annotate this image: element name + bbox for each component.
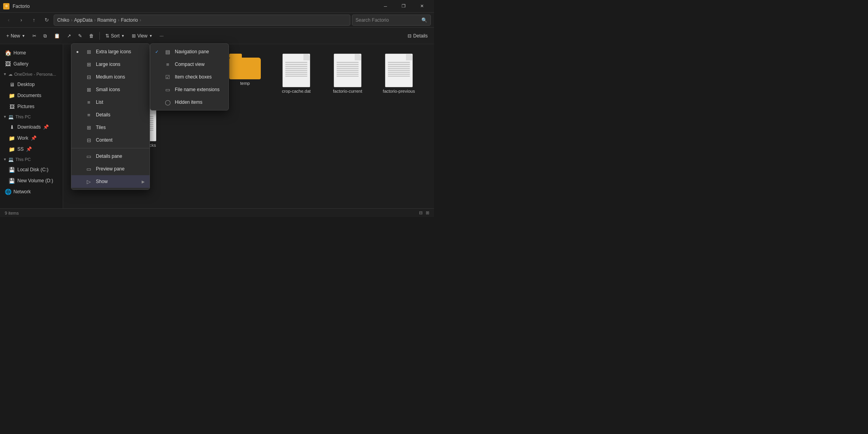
rename-button[interactable]: ✎ [75, 30, 85, 42]
toolbar: + New ▼ ✂ ⧉ 📋 ↗ ✎ 🗑 ⇅ Sort ▼ ⊞ View ▼ ··… [0, 28, 434, 44]
paste-button[interactable]: 📋 [51, 30, 63, 42]
new-button[interactable]: + New ▼ [3, 30, 28, 42]
content-icon: ⊟ [86, 137, 92, 143]
navbar: ‹ › ↑ ↻ Chiko › AppData › Roaming › Fact… [0, 13, 434, 28]
menu-item-details[interactable]: ≡ Details [71, 108, 150, 121]
delete-button[interactable]: 🗑 [86, 30, 97, 42]
pictures-icon: 🖼 [9, 104, 15, 110]
sidebar-item-new-volume[interactable]: 💾 New Volume (D:) [0, 175, 63, 186]
work-icon: 📁 [9, 135, 15, 141]
menu-item-large[interactable]: ⊞ Large icons [71, 58, 150, 71]
app-icon: ⚙ [3, 3, 9, 9]
network-icon: 🌐 [5, 189, 11, 195]
sort-button[interactable]: ⇅ Sort ▼ [102, 30, 128, 42]
submenu-item-file-name-extensions[interactable]: ▭ File name extensions [150, 83, 228, 96]
file-name-crop-cache: crop-cache.dat [282, 89, 311, 94]
breadcrumb[interactable]: Chiko › AppData › Roaming › Factorio › [54, 15, 350, 26]
details-pane-icon: ▭ [86, 153, 92, 159]
up-button[interactable]: ↑ [28, 15, 39, 26]
sidebar-group-onedrive[interactable]: ▼ ☁ OneDrive - Persona... [0, 69, 63, 79]
submenu-item-item-check-boxes[interactable]: ☑ Item check boxes [150, 71, 228, 83]
titlebar: ⚙ Factorio ─ ❐ ✕ [0, 0, 434, 13]
file-name-factorio-previous: factorio-previous [383, 89, 415, 94]
thispc-icon: 💻 [8, 114, 14, 120]
cloud-icon: ☁ [8, 72, 13, 77]
minimize-button[interactable]: ─ [376, 0, 395, 13]
gallery-icon: 🖼 [5, 61, 11, 67]
pin-icon-work: 📌 [31, 135, 37, 141]
details-icon-statusbar: ⊟ [419, 210, 423, 215]
sidebar-group-thispc[interactable]: ▼ 💻 This PC [0, 112, 63, 122]
home-icon: 🏠 [5, 50, 11, 56]
tiles-icon: ⊞ [86, 125, 92, 131]
sidebar-group-thispc2[interactable]: ▼ 💻 This PC [0, 155, 63, 164]
file-item-factorio-previous[interactable]: factorio-previous [377, 51, 421, 97]
submenu-item-hidden-items[interactable]: ◯ Hidden items [150, 96, 228, 108]
breadcrumb-item[interactable]: Chiko [57, 17, 69, 23]
menu-item-list[interactable]: ≡ List [71, 96, 150, 108]
menu-item-tiles[interactable]: ⊞ Tiles [71, 121, 150, 134]
large-icon: ⊞ [86, 62, 92, 67]
sidebar-item-pictures[interactable]: 🖼 Pictures [0, 101, 63, 112]
view-button[interactable]: ⊞ View ▼ [129, 30, 156, 42]
more-button[interactable]: ··· [157, 30, 167, 42]
copy-button[interactable]: ⧉ [40, 30, 50, 42]
item-count: 9 items [5, 211, 19, 215]
breadcrumb-item[interactable]: Roaming [97, 17, 116, 23]
thispc2-icon: 💻 [8, 157, 14, 162]
refresh-button[interactable]: ↻ [41, 15, 52, 26]
submenu-item-navigation-pane[interactable]: ✓ ▤ Navigation pane [150, 45, 228, 58]
dropdown-separator-1 [71, 148, 150, 148]
sidebar-item-work[interactable]: 📁 Work 📌 [0, 133, 63, 144]
doc-icon-crop-cache [282, 54, 310, 87]
doc-icon-factorio-previous [385, 54, 413, 87]
statusbar-right: ⊟ ⊞ [419, 210, 429, 215]
sidebar-item-gallery[interactable]: 🖼 Gallery [0, 58, 63, 69]
file-name-factorio-current: factorio-current [333, 89, 362, 94]
sidebar-item-home[interactable]: 🏠 Home [0, 47, 63, 58]
menu-item-extra-large[interactable]: ● ⊞ Extra large icons [71, 45, 150, 58]
close-button[interactable]: ✕ [413, 0, 431, 13]
pin-icon: 📌 [43, 124, 49, 130]
file-item-crop-cache[interactable]: crop-cache.dat [275, 51, 318, 97]
sidebar-item-downloads[interactable]: ⬇ Downloads 📌 [0, 122, 63, 133]
menu-item-details-pane[interactable]: ▭ Details pane [71, 150, 150, 163]
forward-button[interactable]: › [16, 15, 27, 26]
sidebar-item-documents[interactable]: 📁 Documents [0, 90, 63, 101]
search-box[interactable]: Search Factorio 🔍 [352, 15, 431, 26]
statusbar: 9 items ⊟ ⊞ [0, 208, 434, 217]
new-dropdown-icon: ▼ [22, 34, 25, 38]
cut-button[interactable]: ✂ [29, 30, 39, 42]
back-button[interactable]: ‹ [3, 15, 14, 26]
submenu-item-compact-view[interactable]: ≡ Compact view [150, 58, 228, 71]
file-item-factorio-current[interactable]: factorio-current [326, 51, 369, 97]
grid-icon-statusbar: ⊞ [426, 210, 429, 215]
sidebar-item-network[interactable]: 🌐 Network [0, 186, 63, 197]
list-icon: ≡ [86, 99, 92, 105]
show-sub-dropdown: ✓ ▤ Navigation pane ≡ Compact view ☑ Ite… [150, 43, 229, 110]
menu-item-preview-pane[interactable]: ▭ Preview pane [71, 163, 150, 175]
ss-icon: 📁 [9, 146, 15, 152]
menu-item-show[interactable]: ▷ Show ▶ [71, 175, 150, 188]
details-view-icon: ≡ [86, 112, 92, 118]
breadcrumb-item[interactable]: AppData [74, 17, 93, 23]
file-item-temp[interactable]: temp [223, 51, 267, 97]
medium-icon: ⊟ [86, 74, 92, 80]
desktop-icon: 🖥 [9, 82, 15, 88]
share-button[interactable]: ↗ [64, 30, 74, 42]
item-check-boxes-icon: ☑ [165, 74, 171, 80]
delete-icon: 🗑 [89, 33, 94, 39]
breadcrumb-item[interactable]: Factorio [121, 17, 138, 23]
sidebar-item-local-disk[interactable]: 💾 Local Disk (C:) [0, 164, 63, 175]
new-icon: + [6, 33, 9, 39]
menu-item-content[interactable]: ⊟ Content [71, 134, 150, 146]
sort-icon: ⇅ [105, 33, 109, 39]
restore-button[interactable]: ❐ [395, 0, 413, 13]
sidebar-item-desktop[interactable]: 🖥 Desktop [0, 79, 63, 90]
disk-icon: 💾 [9, 167, 15, 173]
details-button[interactable]: ⊟ Details [404, 30, 431, 42]
menu-item-medium[interactable]: ⊟ Medium icons [71, 71, 150, 83]
menu-item-small[interactable]: ⊠ Small icons [71, 83, 150, 96]
share-icon: ↗ [67, 33, 71, 39]
sidebar-item-ss[interactable]: 📁 SS 📌 [0, 144, 63, 155]
